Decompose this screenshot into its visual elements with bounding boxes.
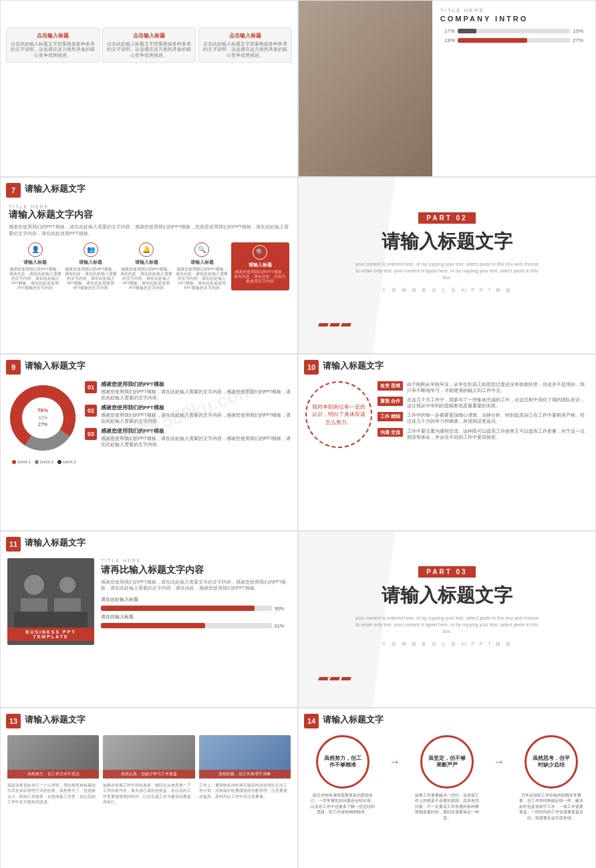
- slide-s14: 14 请输入标题文字 虽然努力，但工作不够精准 缺乏对特殊省情需要更多的思想自己…: [298, 708, 596, 868]
- s9-item-text-1: 感谢您使用我们的PPT模板，请在此处输入需要的文字内容，感谢您使用我们的PPT模…: [101, 389, 292, 401]
- s10-center-circle: 我对本职岗位有一定的认识，明白了具体应该怎么努力。: [305, 381, 372, 448]
- s1-card-2: 点击输入标题 点击此处输入标题文字您要根据多种多类的文字说明，这远通在这方面所具…: [102, 27, 196, 63]
- slide-part02: PART 02 请输入标题文字 your content is entered …: [298, 177, 596, 354]
- s13-img-label-2: 虽然认真，但缺少学习工作复盘: [103, 770, 194, 779]
- svg-text:32%: 32%: [38, 415, 47, 420]
- slide-s13: 13 请输入标题文字 虽然努力，但工作方式不灵活 虽然认真，但缺少学习工作复盘 …: [0, 708, 298, 868]
- s7-icon-text-1: 感谢您使用我们的PPT模板，请在此处，请在此处输入需要的文字内容，请在此处输入P…: [9, 267, 61, 291]
- s9-legend-label-1: DATA 1: [17, 460, 31, 464]
- slide-title-13: 请输入标题文字: [25, 714, 86, 726]
- s14-circle-desc-3: 日常必须和工作经验的回顾非常重要，但工作和结构稳定统一样，解决处时也是有助于工作…: [518, 793, 585, 821]
- s13-img-1: 虽然努力，但工作方式不灵活: [7, 735, 99, 779]
- svg-text:76%: 76%: [37, 407, 48, 413]
- part02-main-title: 请输入标题文字: [312, 229, 582, 254]
- s11-sub-label: 请在此处输入标题: [101, 596, 291, 603]
- slide-title-7: 请输入标题文字: [25, 183, 86, 195]
- s9-item-text-2: 感谢您使用我们的PPT模板，请在此处输入需要的文字内容，感谢您使用我们的PPT模…: [101, 412, 292, 424]
- part02-footer: 千 库 网 商 务 办 公 系 列 P P T 模 板: [312, 287, 582, 294]
- s2-bar-row-2: 19% 27%: [440, 37, 587, 43]
- s14-circle-3: 虽然思考，但平时缺少总结: [525, 735, 578, 789]
- s9-item-num-1: 01: [85, 381, 97, 393]
- s7-icon-label-1: 请输入标题: [9, 259, 61, 266]
- s7-icon-text-5: 感谢您使用我们的PPT模板，请在此处，请在此处，添加大量使用文字内容: [234, 270, 287, 284]
- part02-content: PART 02 请输入标题文字 your content is entered …: [299, 178, 595, 314]
- s10-item-text-4: 工作中要注重沟通和交流，这样既可以提高工作效率又可以提高工作质量，对于这一点我深…: [407, 428, 589, 440]
- part03-badge: PART 03: [418, 566, 475, 578]
- s1-card-3-body: 点击此处输入标题文字您要根据多种多类的文字说明，这远通在这方面所具备的核心竞争优…: [202, 41, 289, 58]
- slide-title-9: 请输入标题文字: [25, 360, 86, 372]
- s9-item-title-3: 感谢您使用我们的PPT模板: [101, 428, 292, 435]
- slide-number-7: 7: [6, 183, 21, 198]
- s9-donut: 76% 32% 27%: [6, 381, 80, 455]
- slide-s10: 10 请输入标题文字 我对本职岗位有一定的认识，明白了具体应该怎么努力。 改变 …: [298, 354, 596, 531]
- part03-dec-3: [341, 677, 351, 680]
- s2-bg-image: [299, 1, 432, 176]
- s13-card-row: 我是业务喜欢自己一个人研究，用比较简单粗暴的方式在知识管理方式的任务，虽然努力了…: [7, 783, 291, 805]
- slide-number-9: 9: [6, 360, 21, 375]
- part03-footer: 千 库 网 商 务 办 公 系 列 P P T 模 板: [312, 641, 582, 648]
- part02-badge: PART 02: [418, 212, 475, 224]
- s11-progress-fill-2: [101, 623, 205, 628]
- s7-icon-label-5: 请输入标题: [234, 262, 287, 268]
- s10-item-badge-4: 沟通 交流: [378, 428, 403, 437]
- s9-item-2: 02 感谢您使用我们的PPT模板 感谢您使用我们的PPT模板，请在此处输入需要的…: [85, 405, 292, 424]
- s7-icon-text-2: 感谢您使用我们的PPT模板，请在此处，请在此处输入需要的文字内容，请在此处输入P…: [64, 267, 117, 291]
- slide-number-10: 10: [304, 360, 319, 375]
- s7-icons-row: 👤 请输入标题 感谢您使用我们的PPT模板，请在此处，请在此处输入需要的文字内容…: [9, 242, 289, 291]
- slide-title-11: 请输入标题文字: [25, 537, 86, 549]
- s11-progress-pct-1: 90%: [275, 606, 291, 611]
- s9-item-title-1: 感谢您使用我们的PPT模板: [101, 381, 292, 388]
- s2-company-intro: COMPANY INTRO: [440, 15, 587, 23]
- s14-circle-1: 虽然努力，但工作不够精准: [316, 735, 369, 789]
- s11-title-here: TITLE HERE: [101, 558, 291, 563]
- s9-donut-svg: 76% 32% 27%: [6, 381, 80, 455]
- s11-progress-row-1: 90%: [101, 606, 291, 611]
- s9-legend-item-3: DATA 3: [57, 460, 76, 464]
- part03-dec-1: [318, 677, 329, 680]
- s11-progress-fill-1: [101, 606, 255, 611]
- part03-main-title: 请输入标题文字: [312, 583, 582, 608]
- s9-legend-label-3: DATA 3: [63, 460, 76, 464]
- s1-card-3-title: 点击输入标题: [202, 32, 289, 39]
- svg-point-8: [24, 575, 44, 595]
- s9-legend: DATA 1 DATA 2 DATA 3: [9, 460, 76, 464]
- s2-bar-fill-1: [458, 29, 477, 33]
- s10-item-text-1: 由于刚刚从学校毕业，从学生到员工的思想过渡还没有彻底转变，但这并不是理由，我只有…: [407, 381, 589, 393]
- s7-icon-label-3: 请输入标题: [120, 259, 172, 266]
- slide-s2: TITLE HERE COMPANY INTRO 17% 10% 19% 27%: [298, 0, 596, 177]
- s7-icon-circle-5: 🔍: [253, 245, 267, 260]
- s13-img-label-3: 虽然积极，但工作条理不清晰: [199, 770, 291, 779]
- s7-icon-circle-3: 🔔: [139, 242, 154, 257]
- s13-images: 虽然努力，但工作方式不灵活 虽然认真，但缺少学习工作复盘 虽然积极，但工作条理不…: [7, 735, 291, 779]
- s7-icon-text-3: 感谢您使用我们的PPT模板，请在此处，请在此处输入需要的文字内容，请在此处输入P…: [120, 267, 172, 291]
- s2-bar-row-1: 17% 10%: [440, 28, 587, 34]
- s11-progress-track-1: [101, 606, 272, 611]
- s14-arrow-1: →: [390, 735, 400, 789]
- slide-title-10: 请输入标题文字: [323, 360, 384, 372]
- s10-item-3: 工作 精细 工作中的每一步都要更加细心谨慎、冷静分析、时刻提高自己在工作中要精准…: [378, 412, 589, 424]
- s2-bars: 17% 10% 19% 27%: [440, 28, 587, 43]
- s11-progress-row-2: 61%: [101, 623, 291, 628]
- part02-dec-1: [318, 323, 329, 327]
- s10-item-badge-2: 重视 合作: [378, 397, 403, 406]
- s7-icon-4: 🔍 请输入标题 感谢您使用我们的PPT模板，请在此处，请在此处输入需要的文字内容…: [176, 242, 229, 291]
- s13-card-2: 如果在每项工作中和结束前，都回过头来思考一下工作的得与失，每天自己成长的受益，在…: [103, 783, 194, 805]
- s13-card-text-1: 我是业务喜欢自己一个人研究，用比较简单粗暴的方式在知识管理方式的任务，虽然努力了…: [7, 783, 99, 805]
- s13-card-text-3: 工作上，事情较多的时候不能及时的合理好主次工作计划，没有做好轻重缓急的分配管理，…: [199, 783, 291, 799]
- s10-item-badge-1: 改变 思维: [378, 381, 403, 391]
- s2-bar-right-pct-1: 10%: [573, 28, 587, 34]
- s2-bar-track-1: [458, 29, 570, 33]
- s10-item-1: 改变 思维 由于刚刚从学校毕业，从学生到员工的思想过渡还没有彻底转变，但这并不是…: [378, 381, 589, 393]
- s14-circle-desc-1: 缺乏对特殊省情需要更多的思想自己，一些常规性的问题还会经出现，以后在工作中也要多…: [309, 793, 376, 815]
- s9-donut-area: 76% 32% 27% DATA 1 DATA 2: [6, 381, 80, 464]
- s9-item-num-2: 02: [85, 405, 97, 417]
- s7-inner: TITLE HERE 请输入标题文字内容 感谢您使用我们的PPT模板，请在此处输…: [1, 178, 297, 296]
- s7-icon-1: 👤 请输入标题 感谢您使用我们的PPT模板，请在此处，请在此处输入需要的文字内容…: [9, 242, 61, 291]
- s13-img-label-1: 虽然努力，但工作方式不灵活: [7, 770, 99, 779]
- s10-item-text-2: 在这几个月工作中，我参与了一些集体完成的工作，在这过程中强化了我的团队意识，这让…: [407, 397, 589, 409]
- slide-s1: 点击输入标题 点击此处输入标题文字您要根据多种多类的文字说明，这远通在这方面所具…: [0, 0, 298, 177]
- slide-s9: 9 请输入标题文字 76% 32%: [0, 354, 298, 531]
- s13-img-2: 虽然认真，但缺少学习工作复盘: [103, 735, 194, 779]
- part02-decorators: [319, 323, 351, 327]
- s7-main-title: 请输入标题文字内容: [9, 209, 289, 221]
